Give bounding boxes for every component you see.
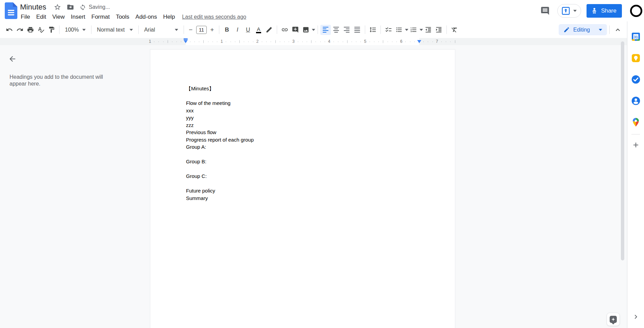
bulleted-list-caret-icon[interactable] [405,29,408,31]
highlight-button[interactable] [264,25,274,35]
explore-button[interactable] [607,313,620,326]
doc-line[interactable]: Summary [186,195,254,202]
increase-indent-button[interactable] [434,25,444,35]
bulleted-list-button[interactable] [394,25,404,35]
image-caret-icon[interactable] [312,29,315,31]
increase-font-size-button[interactable]: + [208,25,217,35]
doc-line[interactable]: Flow of the meeting [186,99,254,107]
menu-edit[interactable]: Edit [33,13,49,21]
text-color-button[interactable]: A [253,25,264,35]
align-center-icon [333,27,339,33]
align-center-button[interactable] [331,25,341,35]
align-right-button[interactable] [341,25,352,35]
decrease-indent-button[interactable] [423,25,434,35]
ruler-number: 5 [363,39,368,44]
last-edit-link[interactable]: Last edit was seconds ago [182,14,247,20]
edit-mode-icon [563,26,570,33]
menu-file[interactable]: File [18,13,33,21]
mode-select[interactable]: Editing [559,24,607,35]
doc-line[interactable] [186,165,254,173]
redo-button[interactable] [15,25,25,35]
toolbar-separator [184,25,184,34]
google-keep-icon[interactable] [631,53,641,63]
side-panel-divider [631,134,640,134]
collapse-toolbar-button[interactable] [612,24,624,36]
menu-view[interactable]: View [49,13,68,21]
star-icon[interactable] [54,3,61,11]
doc-line[interactable]: Group B: [186,158,254,165]
first-line-indent-marker[interactable] [184,38,188,40]
share-button[interactable]: Share [587,4,622,18]
align-left-button[interactable] [320,25,331,35]
chevron-right-icon [632,313,640,321]
doc-line[interactable] [186,180,254,187]
menu-insert[interactable]: Insert [68,13,88,21]
justify-button[interactable] [352,25,362,35]
toolbar-right: Editing [559,24,627,36]
italic-button[interactable]: I [232,25,243,35]
line-spacing-button[interactable] [368,25,378,35]
menu-format[interactable]: Format [88,13,113,21]
move-folder-icon[interactable] [67,3,74,11]
google-maps-icon[interactable] [631,117,641,127]
google-calendar-icon[interactable]: 31 [631,32,641,42]
doc-line[interactable]: Progress report of each group [186,136,254,144]
spellcheck-button[interactable] [36,25,46,35]
document-text[interactable]: 【Minutes】 Flow of the meeting xxx yyy zz… [186,85,254,202]
docs-logo[interactable] [5,2,17,19]
numbered-list-caret-icon[interactable] [420,29,423,31]
doc-line[interactable]: zzz [186,122,254,129]
document-title[interactable]: Minutes [20,3,46,12]
svg-text:31: 31 [634,35,638,39]
outline-placeholder: Headings you add to the document will ap… [10,74,110,87]
share-lock-icon [591,7,598,15]
underline-button[interactable]: U [243,25,253,35]
clear-formatting-button[interactable] [449,25,460,35]
right-indent-marker[interactable] [417,40,421,43]
toolbar-separator [446,25,447,34]
toolbar-separator [138,25,139,34]
sync-icon [80,4,86,11]
present-button[interactable] [557,4,581,18]
doc-line[interactable]: xxx [186,107,254,114]
add-addon-button[interactable] [632,141,640,149]
zoom-value: 100% [65,27,79,33]
menu-help[interactable]: Help [160,13,178,21]
insert-image-button[interactable] [301,25,311,35]
paragraph-style-value: Normal text [97,27,125,33]
paint-format-button[interactable] [46,25,57,35]
add-comment-button[interactable] [290,25,301,35]
menu-tools[interactable]: Tools [113,13,133,21]
doc-line[interactable]: 【Minutes】 [186,85,254,92]
doc-line[interactable]: Previous flow [186,129,254,136]
font-size-input[interactable]: 11 [196,26,207,34]
font-select[interactable]: Arial [141,25,181,35]
doc-line[interactable]: Group C: [186,172,254,180]
avatar[interactable] [630,5,642,17]
doc-line[interactable]: yyy [186,114,254,122]
undo-button[interactable] [4,25,15,35]
doc-line[interactable]: Group A: [186,143,254,151]
checklist-button[interactable] [383,25,394,35]
header-right: Share [540,0,644,21]
close-outline-button[interactable] [6,53,18,65]
mode-label: Editing [573,27,590,33]
paragraph-style-select[interactable]: Normal text [94,25,136,35]
comment-history-icon[interactable] [540,6,550,16]
numbered-list-button[interactable] [408,25,419,35]
doc-line[interactable]: Future policy [186,187,254,195]
insert-link-button[interactable] [279,25,290,35]
doc-line[interactable] [186,92,254,100]
left-indent-marker[interactable] [184,40,188,43]
print-button[interactable] [25,25,36,35]
hide-side-panel-button[interactable] [632,313,640,321]
document-page[interactable]: 【Minutes】 Flow of the meeting xxx yyy zz… [150,49,455,328]
google-contacts-icon[interactable] [631,96,641,106]
bold-button[interactable]: B [222,25,232,35]
doc-line[interactable] [186,151,254,158]
zoom-select[interactable]: 100% [62,25,89,35]
vertical-scrollbar[interactable] [621,41,624,260]
menu-addons[interactable]: Add-ons [132,13,160,21]
google-tasks-icon[interactable] [631,74,641,85]
decrease-font-size-button[interactable]: − [186,25,195,35]
